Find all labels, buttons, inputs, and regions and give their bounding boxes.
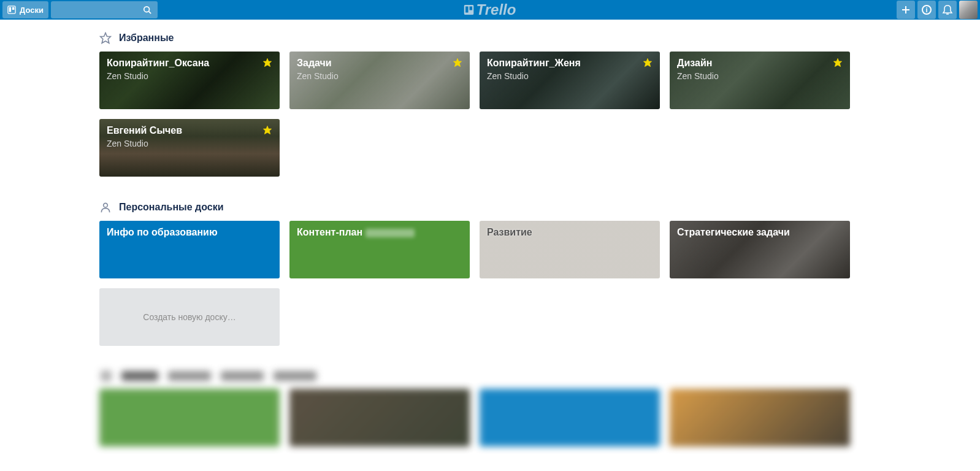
svg-rect-5 bbox=[464, 5, 474, 15]
board-title: Евгений Сычев bbox=[107, 125, 272, 136]
board-title: Развитие bbox=[487, 227, 653, 238]
boards-button-label: Доски bbox=[20, 6, 44, 15]
info-icon: i bbox=[921, 4, 932, 15]
board-team: Zen Studio bbox=[107, 71, 272, 81]
board-title: Стратегические задачи bbox=[677, 227, 843, 238]
trello-logo-icon bbox=[464, 5, 474, 15]
header-left: Доски bbox=[2, 1, 158, 18]
board-title: Дизайн bbox=[677, 58, 843, 69]
board-title: Инфо по образованию bbox=[107, 227, 272, 238]
create-board-tile[interactable]: Создать новую доску… bbox=[99, 288, 280, 346]
boards-button[interactable]: Доски bbox=[2, 1, 48, 18]
personal-section-title: Персональные доски bbox=[119, 202, 224, 213]
trello-logo-text: Trello bbox=[477, 1, 516, 18]
create-board-label: Создать новую доску… bbox=[143, 312, 235, 322]
trello-logo[interactable]: Trello bbox=[464, 1, 516, 18]
user-avatar[interactable] bbox=[959, 1, 978, 19]
board-title: Контент-план bbox=[297, 227, 462, 238]
board-tile[interactable]: Стратегические задачи bbox=[670, 221, 850, 278]
starred-boards-grid: Копирайтинг_Оксана Zen Studio Задачи Zen… bbox=[99, 52, 980, 177]
star-button[interactable] bbox=[833, 58, 843, 70]
svg-rect-1 bbox=[9, 7, 12, 12]
board-tile[interactable]: Копирайтинг_Оксана Zen Studio bbox=[99, 52, 280, 109]
person-icon bbox=[99, 201, 112, 213]
board-tile[interactable]: Копирайтинг_Женя Zen Studio bbox=[480, 52, 660, 109]
main-content: Избранные Копирайтинг_Оксана Zen Studio … bbox=[0, 20, 980, 471]
blurred-team-section bbox=[99, 370, 980, 446]
board-tile[interactable]: Дизайн Zen Studio bbox=[670, 52, 850, 109]
board-tile[interactable]: Контент-план bbox=[289, 221, 470, 278]
board-tile[interactable]: Развитие bbox=[480, 221, 660, 278]
board-tile[interactable]: Инфо по образованию bbox=[99, 221, 280, 278]
svg-marker-18 bbox=[263, 126, 271, 134]
board-team: Zen Studio bbox=[677, 71, 843, 81]
star-icon bbox=[99, 32, 112, 44]
bell-icon bbox=[942, 4, 953, 15]
svg-point-3 bbox=[144, 7, 150, 12]
personal-boards-grid: Инфо по образованию Контент-план Развити… bbox=[99, 221, 980, 346]
star-button[interactable] bbox=[453, 58, 462, 70]
board-tile[interactable]: Евгений Сычев Zen Studio bbox=[99, 119, 280, 177]
personal-section-header: Персональные доски bbox=[99, 201, 980, 213]
svg-marker-15 bbox=[453, 58, 461, 66]
starred-section-header: Избранные bbox=[99, 32, 980, 44]
board-title: Копирайтинг_Оксана bbox=[107, 58, 272, 69]
svg-rect-6 bbox=[465, 7, 469, 13]
board-title: Копирайтинг_Женя bbox=[487, 58, 653, 69]
search-icon bbox=[143, 6, 151, 14]
starred-section-title: Избранные bbox=[119, 33, 174, 44]
plus-icon bbox=[900, 4, 911, 15]
board-tile[interactable]: Задачи Zen Studio bbox=[289, 52, 470, 109]
star-button[interactable] bbox=[643, 58, 653, 70]
svg-rect-2 bbox=[12, 7, 15, 10]
board-title: Задачи bbox=[297, 58, 462, 69]
svg-marker-16 bbox=[643, 58, 651, 66]
board-team: Zen Studio bbox=[297, 71, 462, 81]
create-button[interactable] bbox=[897, 1, 915, 19]
notifications-button[interactable] bbox=[938, 1, 957, 19]
app-header: Доски Trello i bbox=[0, 0, 980, 20]
board-team: Zen Studio bbox=[487, 71, 653, 81]
svg-line-4 bbox=[149, 12, 151, 14]
board-team: Zen Studio bbox=[107, 139, 272, 148]
star-button[interactable] bbox=[262, 58, 272, 70]
svg-marker-17 bbox=[833, 58, 841, 66]
star-button[interactable] bbox=[262, 125, 272, 137]
info-button[interactable]: i bbox=[917, 1, 936, 19]
header-right: i bbox=[897, 1, 978, 19]
svg-marker-14 bbox=[263, 58, 271, 66]
search-input[interactable] bbox=[51, 1, 158, 18]
svg-marker-13 bbox=[101, 33, 111, 44]
trello-icon bbox=[7, 6, 16, 14]
svg-text:i: i bbox=[925, 6, 927, 13]
svg-point-19 bbox=[104, 203, 108, 207]
svg-rect-7 bbox=[470, 7, 473, 10]
